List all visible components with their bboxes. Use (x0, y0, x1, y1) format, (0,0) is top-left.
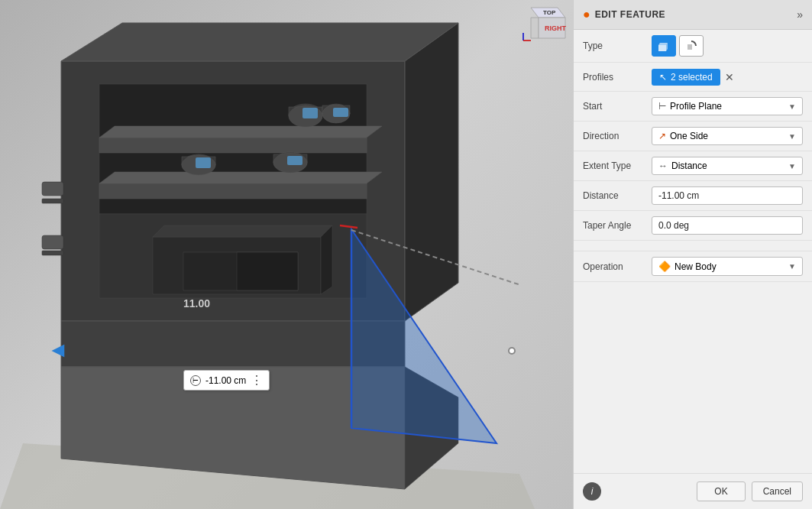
svg-marker-51 (658, 43, 668, 45)
svg-rect-35 (42, 199, 63, 203)
svg-rect-36 (42, 235, 63, 249)
nav-cube[interactable]: TOP RIGHT (516, 4, 569, 46)
panel-footer: i OK Cancel (574, 473, 812, 509)
start-value: ⊢ Profile Plane ▼ (652, 97, 803, 115)
label-operation: Operation (583, 261, 652, 272)
row-type: Type (574, 30, 812, 63)
cursor-icon: ↖ (659, 72, 667, 83)
label-profiles: Profiles (583, 72, 652, 83)
dashed-dot (508, 347, 516, 355)
svg-marker-26 (237, 252, 298, 290)
profiles-selected-button[interactable]: ↖ 2 selected (652, 69, 720, 86)
row-start: Start ⊢ Profile Plane ▼ (574, 92, 812, 122)
svg-marker-3 (405, 23, 458, 321)
distance-icon: ↔ (658, 160, 668, 171)
direction-value: ↗ One Side ▼ (652, 127, 803, 145)
svg-rect-40 (333, 108, 348, 117)
direction-icon: ↗ (658, 131, 666, 141)
svg-marker-23 (153, 225, 332, 237)
operation-value: 🔶 New Body ▼ (652, 257, 803, 276)
direction-value-text: One Side (670, 131, 708, 141)
operation-dropdown[interactable]: 🔶 New Body ▼ (652, 257, 803, 276)
start-dropdown-text: ⊢ Profile Plane (658, 101, 722, 112)
distance-input[interactable] (652, 186, 803, 205)
direction-arrow: ► (47, 339, 69, 364)
panel-collapse-button[interactable]: » (797, 8, 803, 21)
distance-value (652, 186, 803, 205)
type-value (652, 35, 803, 57)
row-taper-angle: Taper Angle (574, 211, 812, 241)
svg-rect-39 (302, 108, 318, 118)
label-distance: Distance (583, 190, 652, 201)
new-body-icon: 🔶 (658, 261, 671, 272)
svg-rect-53 (687, 44, 692, 50)
type-extrude-button[interactable] (652, 35, 676, 57)
edit-feature-panel: ● EDIT FEATURE » Type (573, 0, 812, 509)
spacer (574, 241, 812, 251)
svg-marker-45 (531, 18, 539, 38)
panel-title: EDIT FEATURE (595, 9, 665, 20)
operation-dropdown-text: 🔶 New Body (658, 261, 717, 272)
panel-header: ● EDIT FEATURE » (574, 0, 812, 30)
start-chevron-icon: ▼ (788, 102, 796, 111)
dimension-value: -11.00 cm (205, 375, 246, 386)
svg-rect-34 (42, 182, 63, 196)
taper-angle-input[interactable] (652, 216, 803, 235)
row-distance: Distance (574, 181, 812, 211)
svg-rect-37 (42, 251, 63, 255)
dimension-icon: ⊢ (190, 375, 201, 386)
svg-text:11.00: 11.00 (183, 297, 210, 310)
profiles-clear-button[interactable]: ✕ (723, 71, 736, 83)
row-profiles: Profiles ↖ 2 selected ✕ (574, 63, 812, 92)
direction-dropdown-text: ↗ One Side (658, 131, 708, 141)
footer-buttons: OK Cancel (697, 481, 803, 501)
panel-dot-icon: ● (583, 8, 590, 21)
svg-marker-5 (99, 138, 367, 153)
profiles-value: ↖ 2 selected ✕ (652, 69, 803, 86)
taper-angle-value (652, 216, 803, 235)
svg-marker-8 (99, 172, 382, 183)
svg-rect-50 (658, 45, 666, 51)
svg-text:TOP: TOP (543, 9, 556, 16)
operation-chevron-icon: ▼ (788, 262, 796, 271)
row-operation: Operation 🔶 New Body ▼ (574, 251, 812, 282)
profile-plane-icon: ⊢ (658, 101, 666, 112)
start-dropdown[interactable]: ⊢ Profile Plane ▼ (652, 97, 803, 115)
info-button[interactable]: i (583, 482, 601, 501)
type-revolve-button[interactable] (679, 35, 704, 57)
start-value-text: Profile Plane (670, 101, 722, 112)
row-extent-type: Extent Type ↔ Distance ▼ (574, 151, 812, 181)
ok-button[interactable]: OK (697, 481, 745, 501)
dimension-menu-icon[interactable]: ⋮ (251, 373, 263, 387)
panel-header-left: ● EDIT FEATURE (583, 8, 665, 21)
label-taper-angle: Taper Angle (583, 220, 652, 231)
profiles-count: 2 selected (671, 72, 713, 83)
svg-marker-7 (99, 183, 367, 199)
extent-type-dropdown[interactable]: ↔ Distance ▼ (652, 157, 803, 175)
extent-type-chevron-icon: ▼ (788, 162, 796, 170)
svg-rect-42 (287, 156, 302, 165)
label-start: Start (583, 101, 652, 112)
svg-marker-6 (99, 126, 382, 138)
svg-rect-41 (196, 157, 211, 168)
extent-type-value-text: Distance (671, 160, 707, 171)
direction-dropdown[interactable]: ↗ One Side ▼ (652, 127, 803, 145)
cancel-button[interactable]: Cancel (752, 481, 803, 501)
svg-marker-24 (321, 225, 332, 294)
extent-type-value: ↔ Distance ▼ (652, 157, 803, 175)
row-direction: Direction ↗ One Side ▼ (574, 122, 812, 151)
svg-marker-2 (61, 23, 458, 61)
svg-text:RIGHT: RIGHT (545, 24, 567, 32)
label-type: Type (583, 41, 652, 51)
direction-chevron-icon: ▼ (788, 132, 796, 141)
dimension-label[interactable]: ⊢ -11.00 cm ⋮ (183, 370, 270, 391)
3d-viewport[interactable]: 11.00 ⊢ -11.00 cm ⋮ ► TOP RIGHT (0, 0, 573, 509)
extent-type-dropdown-text: ↔ Distance (658, 160, 707, 171)
label-extent-type: Extent Type (583, 160, 652, 171)
label-direction: Direction (583, 131, 652, 141)
operation-value-text: New Body (675, 261, 717, 272)
